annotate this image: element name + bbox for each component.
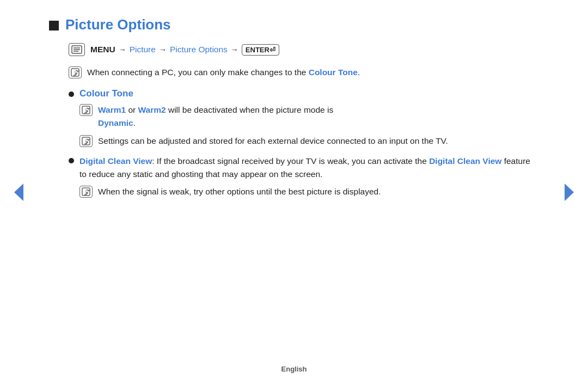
bullet2-label: Digital Clean View: [79, 156, 152, 166]
warm2-label: Warm2: [138, 105, 166, 114]
enter-label: ENTER: [246, 46, 270, 54]
svg-text:𝒵: 𝒵: [84, 138, 90, 145]
nav-right-arrow[interactable]: [561, 184, 578, 201]
enter-icon: ENTER⏎: [242, 44, 279, 56]
warm1-label: Warm1: [98, 105, 126, 114]
arrow1: →: [119, 45, 126, 54]
menu-step1: Picture: [130, 45, 156, 54]
bullet1-section: Colour Tone 𝒵 Warm1 or Warm2 will be dea…: [69, 88, 539, 147]
svg-marker-13: [565, 184, 574, 201]
digital-clean-view-inline: Digital Clean View: [429, 156, 501, 166]
page-container: Picture Options MENU → Picture → Picture…: [0, 0, 588, 384]
footer: English: [0, 365, 588, 373]
menu-step2: Picture Options: [170, 45, 228, 54]
arrow2: →: [159, 45, 167, 54]
note1-text-before: When connecting a PC, you can only make …: [87, 68, 309, 77]
bullet2-colon: : If the broadcast signal received by yo…: [152, 156, 429, 166]
bullet2-text: Digital Clean View: If the broadcast sig…: [79, 155, 539, 181]
svg-marker-12: [14, 184, 23, 201]
bullet1-label: Colour Tone: [79, 88, 133, 99]
note1-icon: 𝒵: [69, 66, 82, 78]
bullet1-row: Colour Tone: [69, 88, 539, 99]
menu-label: MENU: [90, 45, 115, 54]
section-icon: [49, 21, 59, 31]
bullet2-section: Digital Clean View: If the broadcast sig…: [69, 155, 539, 198]
arrow3: →: [231, 45, 238, 54]
note1-highlight: Colour Tone: [309, 68, 358, 77]
bullet2-dot: [69, 158, 74, 163]
note1-text-after: .: [358, 68, 360, 77]
svg-text:𝒵: 𝒵: [84, 107, 90, 114]
svg-text:𝒵: 𝒵: [73, 69, 79, 76]
bullet2-row: Digital Clean View: If the broadcast sig…: [69, 155, 539, 181]
bullet1-subnote1-row: 𝒵 Warm1 or Warm2 will be deactivated whe…: [79, 103, 539, 129]
deactivated-text: will be deactivated when the picture mod…: [168, 105, 333, 114]
subnote2-icon: 𝒵: [79, 135, 93, 147]
bullet2-subnote-icon: 𝒵: [79, 186, 93, 198]
dynamic-label: Dynamic: [98, 118, 133, 127]
bullet1-subnotes: 𝒵 Warm1 or Warm2 will be deactivated whe…: [79, 103, 539, 147]
footer-text: English: [281, 365, 307, 373]
subnote1-icon: 𝒵: [79, 104, 93, 116]
bullet1-dot: [69, 92, 74, 97]
note1-row: 𝒵 When connecting a PC, you can only mak…: [69, 66, 539, 78]
or-text: or: [128, 105, 138, 114]
svg-text:𝒵: 𝒵: [84, 188, 90, 196]
page-title: Picture Options: [65, 16, 171, 33]
bullet2-subnote-row: 𝒵 When the signal is weak, try other opt…: [79, 185, 539, 198]
bullet1-subnote1-text: Warm1 or Warm2 will be deactivated when …: [98, 103, 333, 129]
bullet1-subnote2-row: 𝒵 Settings can be adjusted and stored fo…: [79, 135, 539, 147]
section-title: Picture Options: [49, 16, 539, 33]
bullet2-subnotes: 𝒵 When the signal is weak, try other opt…: [79, 185, 539, 198]
note1-text: When connecting a PC, you can only make …: [87, 66, 360, 78]
nav-left-arrow[interactable]: [10, 184, 27, 201]
menu-path: MENU → Picture → Picture Options → ENTER…: [69, 43, 539, 56]
menu-icon: [69, 43, 85, 56]
bullet1-subnote2-text: Settings can be adjusted and stored for …: [98, 135, 448, 147]
bullet2-subnote-text: When the signal is weak, try other optio…: [98, 185, 381, 198]
period1: .: [133, 118, 136, 127]
